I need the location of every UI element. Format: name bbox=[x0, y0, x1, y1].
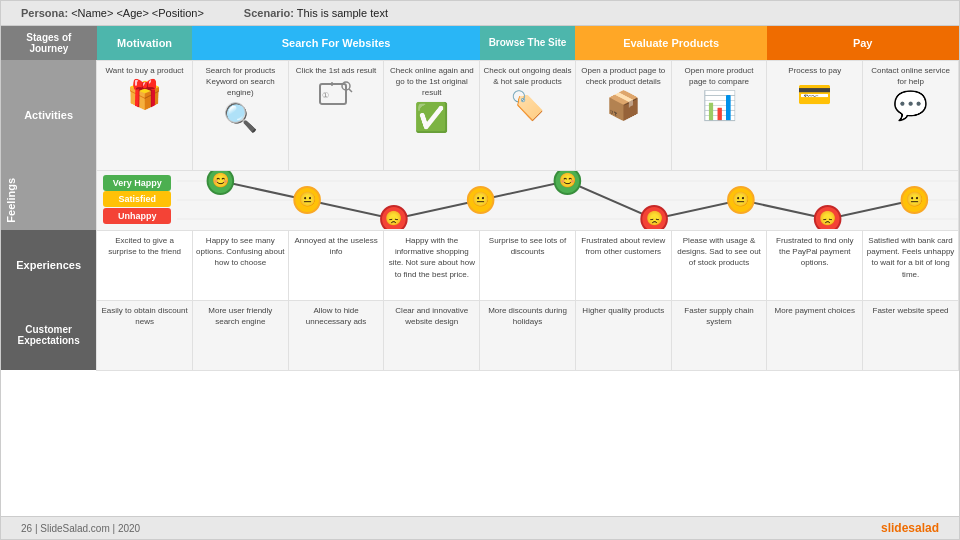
svg-text:😞: 😞 bbox=[386, 209, 404, 226]
expect-1: Easily to obtain discount news bbox=[97, 300, 193, 370]
svg-text:😞: 😞 bbox=[819, 209, 837, 226]
header-row: Stages of Journey Motivation Search For … bbox=[1, 26, 959, 60]
product-icon: 📦 bbox=[579, 89, 668, 122]
help-icon: 💬 bbox=[866, 89, 955, 122]
svg-text:😞: 😞 bbox=[646, 209, 664, 226]
gift-icon: 🎁 bbox=[100, 78, 189, 111]
feeling-satisfied-label: Satisfied bbox=[103, 191, 171, 207]
expect-5: More discounts during holidays bbox=[480, 300, 576, 370]
activity-3: Click the 1st ads result ① bbox=[288, 60, 384, 170]
expect-3: Allow to hide unnecessary ads bbox=[288, 300, 384, 370]
slide: Persona: <Name> <Age> <Position> Scenari… bbox=[0, 0, 960, 540]
label-expectations: Customer Expectations bbox=[1, 300, 97, 370]
header-motivation: Motivation bbox=[97, 26, 193, 60]
brand-name: slidesalad bbox=[881, 521, 939, 535]
activity-9: Contact online service for help 💬 bbox=[863, 60, 959, 170]
footer: 26 | SlideSalad.com | 2020 slidesalad bbox=[1, 516, 959, 539]
header-stages: Stages of Journey bbox=[1, 26, 97, 60]
feelings-line-chart: 😊 😐 😞 bbox=[177, 171, 958, 229]
svg-text:①: ① bbox=[322, 91, 329, 100]
expect-4: Clear and innovative website design bbox=[384, 300, 480, 370]
expect-7: Faster supply chain system bbox=[671, 300, 767, 370]
expect-9: Faster website speed bbox=[863, 300, 959, 370]
label-feelings: Feelings bbox=[1, 170, 97, 230]
feeling-veryhappy-label: Very Happy bbox=[103, 175, 171, 191]
expect-8: More payment choices bbox=[767, 300, 863, 370]
exp-4: Happy with the informative shopping site… bbox=[384, 230, 480, 300]
feeling-unhappy-label: Unhappy bbox=[103, 208, 171, 224]
activity-8: Process to pay 💳 bbox=[767, 60, 863, 170]
exp-8: Frustrated to find only the PayPal payme… bbox=[767, 230, 863, 300]
svg-text:😐: 😐 bbox=[299, 190, 317, 207]
exp-2: Happy to see many options. Confusing abo… bbox=[192, 230, 288, 300]
svg-text:😊: 😊 bbox=[559, 171, 577, 188]
search-icon: 🔍 bbox=[196, 101, 285, 134]
header-evaluate: Evaluate Products bbox=[575, 26, 766, 60]
header-pay: Pay bbox=[767, 26, 959, 60]
svg-text:😊: 😊 bbox=[212, 171, 230, 188]
percent-icon: 🏷️ bbox=[483, 89, 572, 122]
scenario-value: This is sample text bbox=[297, 7, 388, 19]
activity-5: Check out ongoing deals & hot sale produ… bbox=[480, 60, 576, 170]
svg-line-4 bbox=[349, 89, 352, 92]
activity-2: Search for products Keyword on search en… bbox=[192, 60, 288, 170]
main-content: Stages of Journey Motivation Search For … bbox=[1, 26, 959, 516]
label-activities: Activities bbox=[1, 60, 97, 170]
label-experiences: Experiences bbox=[1, 230, 97, 300]
svg-text:😐: 😐 bbox=[472, 190, 490, 207]
expect-6: Higher quality products bbox=[575, 300, 671, 370]
feelings-chart: Very Happy Satisfied Unhappy bbox=[97, 170, 959, 230]
scenario-label: Scenario: bbox=[244, 7, 294, 19]
row-expectations: Customer Expectations Easily to obtain d… bbox=[1, 300, 959, 370]
row-activities: Activities Want to buy a product 🎁 Searc… bbox=[1, 60, 959, 170]
footer-brand-right: slidesalad bbox=[881, 521, 939, 535]
footer-left: 26 | SlideSalad.com | 2020 bbox=[21, 523, 140, 534]
activity-6: Open a product page to check product det… bbox=[575, 60, 671, 170]
exp-3: Annoyed at the useless info bbox=[288, 230, 384, 300]
persona-label: Persona: bbox=[21, 7, 68, 19]
exp-5: Surprise to see lots of discounts bbox=[480, 230, 576, 300]
expect-2: More user friendly search engine bbox=[192, 300, 288, 370]
header-search: Search For Websites bbox=[192, 26, 479, 60]
exp-1: Excited to give a surprise to the friend bbox=[97, 230, 193, 300]
page-number: 26 bbox=[21, 523, 32, 534]
exp-9: Satisfied with bank card payment. Feels … bbox=[863, 230, 959, 300]
persona-value: <Name> <Age> <Position> bbox=[71, 7, 204, 19]
check-icon: ✅ bbox=[387, 101, 476, 134]
row-experiences: Experiences Excited to give a surprise t… bbox=[1, 230, 959, 300]
header-browse: Browse The Site bbox=[480, 26, 576, 60]
exp-7: Please with usage & designs. Sad to see … bbox=[671, 230, 767, 300]
footer-brand-left: | SlideSalad.com | 2020 bbox=[35, 523, 140, 534]
activity-1: Want to buy a product 🎁 bbox=[97, 60, 193, 170]
svg-text:😐: 😐 bbox=[733, 190, 751, 207]
activity-4: Check online again and go to the 1st ori… bbox=[384, 60, 480, 170]
journey-table: Stages of Journey Motivation Search For … bbox=[1, 26, 959, 371]
wallet-icon: 💳 bbox=[770, 78, 859, 111]
exp-6: Frustrated about review from other custo… bbox=[575, 230, 671, 300]
compare-icon: 📊 bbox=[675, 89, 764, 122]
persona-bar: Persona: <Name> <Age> <Position> Scenari… bbox=[1, 1, 959, 26]
activity-7: Open more product page to compare 📊 bbox=[671, 60, 767, 170]
svg-text:😐: 😐 bbox=[906, 190, 924, 207]
ads-icon: ① bbox=[292, 78, 381, 121]
row-feelings: Feelings Very Happy Satisfied bbox=[1, 170, 959, 230]
